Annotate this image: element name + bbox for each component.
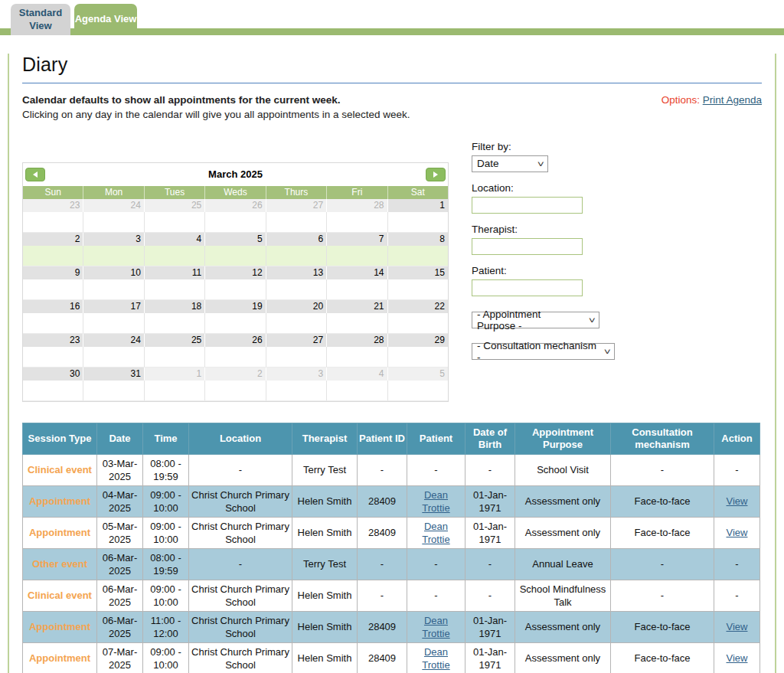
consultation-mechanism-select[interactable]: - Consultation mechanism - ˅ [472,343,615,360]
calendar-day-slot-3[interactable] [83,246,144,266]
patient-link[interactable]: Dean Trottie [422,646,449,671]
calendar-day-slot-22[interactable] [388,313,448,333]
calendar-day-14[interactable]: 14 [327,266,387,279]
view-link[interactable]: View [727,527,748,538]
calendar-day-slot-7[interactable] [327,246,387,266]
calendar-day-13[interactable]: 13 [266,266,327,279]
calendar-day-slot-1[interactable] [145,381,205,400]
calendar-day-10[interactable]: 10 [83,266,144,279]
calendar-day-slot-14[interactable] [327,279,387,299]
print-agenda-link[interactable]: Print Agenda [703,94,762,106]
calendar-day-5[interactable]: 5 [388,368,448,381]
calendar-day-slot-28[interactable] [327,212,387,232]
calendar-day-19[interactable]: 19 [205,300,266,313]
calendar-day-3[interactable]: 3 [266,368,327,381]
filter-by-select[interactable]: Date ˅ [472,155,548,172]
therapist-input[interactable] [472,238,583,255]
patient-link[interactable]: Dean Trottie [422,489,449,514]
calendar-prev-button[interactable] [25,168,45,181]
patient-input[interactable] [472,279,583,296]
calendar-day-slot-28[interactable] [327,347,387,367]
calendar-day-11[interactable]: 11 [145,266,205,279]
calendar-day-slot-27[interactable] [266,212,327,232]
tab-standard-view[interactable]: Standard View [11,4,70,35]
calendar-day-slot-6[interactable] [266,246,327,266]
calendar-day-slot-4[interactable] [327,381,387,400]
calendar-day-24[interactable]: 24 [83,199,144,212]
calendar-day-slot-24[interactable] [83,347,144,367]
calendar-day-slot-18[interactable] [145,313,205,333]
location-input[interactable] [472,197,583,214]
calendar-day-27[interactable]: 27 [266,334,327,347]
patient-link[interactable]: Dean Trottie [422,615,449,639]
calendar-day-5[interactable]: 5 [205,233,266,246]
calendar-day-slot-20[interactable] [266,313,327,333]
calendar-day-slot-25[interactable] [145,347,205,367]
calendar-day-slot-9[interactable] [23,279,83,299]
calendar-day-16[interactable]: 16 [23,300,83,313]
calendar-day-slot-27[interactable] [266,347,327,367]
calendar-day-3[interactable]: 3 [83,233,144,246]
calendar-day-24[interactable]: 24 [83,334,144,347]
calendar-day-2[interactable]: 2 [205,368,266,381]
calendar-day-17[interactable]: 17 [83,300,144,313]
calendar-day-slot-16[interactable] [23,313,83,333]
calendar-day-slot-17[interactable] [83,313,144,333]
calendar-day-slot-2[interactable] [23,246,83,266]
calendar-day-slot-1[interactable] [388,212,448,232]
calendar-day-25[interactable]: 25 [145,199,205,212]
calendar-day-28[interactable]: 28 [327,334,387,347]
calendar-day-1[interactable]: 1 [388,199,448,212]
calendar-day-18[interactable]: 18 [145,300,205,313]
tab-agenda-view[interactable]: Agenda View [74,4,137,35]
calendar-day-slot-15[interactable] [388,279,448,299]
calendar-day-8[interactable]: 8 [388,233,448,246]
calendar-day-slot-19[interactable] [205,313,266,333]
calendar-day-7[interactable]: 7 [327,233,387,246]
calendar-day-12[interactable]: 12 [205,266,266,279]
calendar-day-slot-26[interactable] [205,347,266,367]
calendar-day-6[interactable]: 6 [266,233,327,246]
view-link[interactable]: View [727,621,748,632]
view-link[interactable]: View [727,652,748,664]
calendar-day-2[interactable]: 2 [23,233,83,246]
calendar-day-15[interactable]: 15 [388,266,448,279]
calendar-day-26[interactable]: 26 [205,199,266,212]
calendar-day-slot-23[interactable] [23,347,83,367]
calendar-day-30[interactable]: 30 [23,368,83,381]
calendar-day-4[interactable]: 4 [145,233,205,246]
calendar-day-1[interactable]: 1 [145,368,205,381]
calendar-day-slot-13[interactable] [266,279,327,299]
calendar-day-slot-26[interactable] [205,212,266,232]
calendar-day-29[interactable]: 29 [388,334,448,347]
calendar-day-9[interactable]: 9 [23,266,83,279]
calendar-day-slot-11[interactable] [145,279,205,299]
appointment-purpose-select[interactable]: - Appointment Purpose - ˅ [472,312,599,328]
calendar-day-slot-12[interactable] [205,279,266,299]
calendar-day-slot-5[interactable] [388,381,448,400]
calendar-day-4[interactable]: 4 [327,368,387,381]
calendar-day-25[interactable]: 25 [145,334,205,347]
calendar-day-23[interactable]: 23 [23,199,83,212]
calendar-day-slot-24[interactable] [83,212,144,232]
calendar-day-slot-4[interactable] [145,246,205,266]
calendar-day-slot-3[interactable] [266,381,327,400]
calendar-day-slot-2[interactable] [205,381,266,400]
calendar-day-26[interactable]: 26 [205,334,266,347]
calendar-next-button[interactable] [426,168,446,181]
calendar-day-slot-21[interactable] [327,313,387,333]
calendar-day-slot-10[interactable] [83,279,144,299]
calendar-day-slot-5[interactable] [205,246,266,266]
calendar-day-21[interactable]: 21 [327,300,387,313]
patient-link[interactable]: Dean Trottie [422,521,449,545]
calendar-day-31[interactable]: 31 [83,368,144,381]
calendar-day-20[interactable]: 20 [266,300,327,313]
calendar-day-slot-8[interactable] [388,246,448,266]
calendar-day-slot-30[interactable] [23,381,83,400]
calendar-day-slot-31[interactable] [83,381,144,400]
calendar-day-slot-25[interactable] [145,212,205,232]
calendar-day-slot-29[interactable] [388,347,448,367]
calendar-day-28[interactable]: 28 [327,199,387,212]
calendar-day-22[interactable]: 22 [388,300,448,313]
calendar-day-23[interactable]: 23 [23,334,83,347]
